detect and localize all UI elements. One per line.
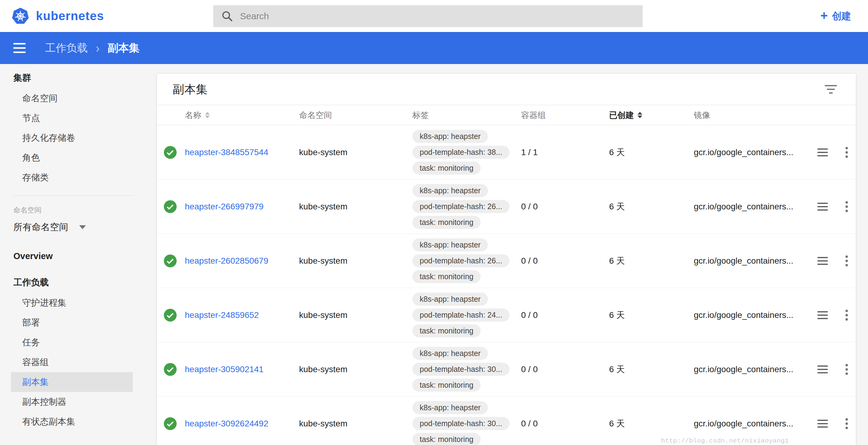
brand[interactable]: kubernetes	[0, 7, 213, 25]
cell-pods: 0 / 0	[521, 364, 609, 374]
kubernetes-logo-icon	[11, 7, 29, 25]
replicaset-link[interactable]: heapster-305902141	[185, 364, 264, 374]
table-row[interactable]: heapster-305902141 kube-system k8s-app: …	[157, 342, 856, 396]
filter-icon[interactable]	[822, 82, 840, 97]
cell-images: gcr.io/google_containers...	[694, 202, 809, 211]
label-chip: pod-template-hash: 26...	[412, 200, 509, 213]
cell-labels: k8s-app: heapster pod-template-hash: 30.…	[412, 401, 521, 445]
sidebar-item-replication-controllers[interactable]: 副本控制器	[11, 392, 133, 412]
table-row[interactable]: heapster-266997979 kube-system k8s-app: …	[157, 180, 856, 234]
replicaset-link[interactable]: heapster-266997979	[185, 202, 264, 211]
kebab-menu-icon[interactable]	[842, 308, 851, 323]
breadcrumb: 工作负载 › 副本集	[45, 41, 140, 55]
cell-images: gcr.io/google_containers...	[694, 256, 809, 266]
sidebar-item-storage-classes[interactable]: 存储类	[11, 168, 133, 187]
sidebar-item-deployments[interactable]: 部署	[11, 313, 133, 332]
cell-namespace: kube-system	[299, 364, 412, 374]
search-bar[interactable]	[213, 5, 643, 27]
sidebar-item-daemon-sets[interactable]: 守护进程集	[11, 293, 133, 313]
kebab-menu-icon[interactable]	[842, 199, 851, 214]
cell-labels: k8s-app: heapster pod-template-hash: 38.…	[412, 130, 521, 175]
sidebar-item-nodes[interactable]: 节点	[11, 108, 133, 128]
cell-namespace: kube-system	[299, 419, 412, 428]
cell-created: 6 天	[609, 309, 694, 321]
label-chip: task: monitoring	[412, 216, 480, 229]
column-header-pods[interactable]: 容器组	[521, 110, 609, 121]
cell-namespace: kube-system	[299, 148, 412, 157]
replicaset-link[interactable]: heapster-3848557544	[185, 148, 268, 157]
label-chip: task: monitoring	[412, 433, 480, 445]
logs-icon[interactable]	[817, 147, 828, 158]
label-chip: task: monitoring	[412, 324, 480, 337]
table-row[interactable]: heapster-2602850679 kube-system k8s-app:…	[157, 234, 856, 288]
status-ok-icon	[164, 363, 177, 376]
label-chip: k8s-app: heapster	[412, 401, 488, 414]
sidebar: 集群 命名空间 节点 持久化存储卷 角色 存储类 命名空间 所有命名空间 Ove…	[0, 64, 157, 445]
sidebar-item-persistent-volumes[interactable]: 持久化存储卷	[11, 128, 133, 148]
page-title: 副本集	[173, 82, 208, 97]
app-root: kubernetes + 创建 工作负载 › 副本集 集群 命名空间 节点	[0, 0, 868, 445]
toolbar: 工作负载 › 副本集	[0, 32, 868, 64]
namespace-select-value: 所有命名空间	[13, 221, 68, 234]
cell-images: gcr.io/google_containers...	[694, 310, 809, 320]
logs-icon[interactable]	[817, 255, 828, 267]
cell-created: 6 天	[609, 147, 694, 158]
column-header-created-label: 已创建	[609, 110, 634, 121]
label-chip: pod-template-hash: 30...	[412, 363, 509, 376]
cell-created: 6 天	[609, 364, 694, 375]
plus-icon: +	[820, 9, 828, 22]
column-header-name[interactable]: 名称	[185, 110, 299, 121]
column-header-labels[interactable]: 标签	[412, 110, 521, 121]
content-card: 副本集 名称 命名空间 标签 容器组 已创建 镜像	[157, 74, 856, 445]
status-ok-icon	[164, 255, 177, 267]
column-header-created[interactable]: 已创建	[609, 110, 694, 121]
cell-images: gcr.io/google_containers...	[694, 364, 809, 374]
logs-icon[interactable]	[817, 309, 828, 321]
column-header-namespace[interactable]: 命名空间	[299, 110, 412, 121]
sidebar-item-jobs[interactable]: 任务	[11, 332, 133, 352]
search-input[interactable]	[239, 11, 635, 22]
replicaset-link[interactable]: heapster-2602850679	[185, 256, 268, 265]
cell-labels: k8s-app: heapster pod-template-hash: 26.…	[412, 184, 521, 229]
logs-icon[interactable]	[817, 201, 828, 212]
kebab-menu-icon[interactable]	[842, 362, 851, 377]
table-row[interactable]: heapster-3848557544 kube-system k8s-app:…	[157, 125, 856, 180]
kebab-menu-icon[interactable]	[842, 145, 851, 160]
sidebar-item-roles[interactable]: 角色	[11, 148, 133, 168]
column-header-images[interactable]: 镜像	[694, 110, 809, 121]
sidebar-item-overview[interactable]: Overview	[13, 251, 157, 261]
namespace-select[interactable]: 所有命名空间	[13, 221, 157, 234]
logs-icon[interactable]	[817, 364, 828, 375]
cell-labels: k8s-app: heapster pod-template-hash: 30.…	[412, 347, 521, 392]
replicaset-link[interactable]: heapster-3092624492	[185, 419, 268, 428]
create-button[interactable]: + 创建	[820, 10, 851, 23]
top-header: kubernetes + 创建	[0, 0, 868, 32]
sort-icon-created	[638, 112, 642, 118]
sidebar-item-pods[interactable]: 容器组	[11, 352, 133, 372]
breadcrumb-current: 副本集	[107, 41, 140, 55]
sidebar-item-stateful-sets[interactable]: 有状态副本集	[11, 412, 133, 432]
cell-created: 6 天	[609, 255, 694, 267]
menu-icon[interactable]	[12, 40, 27, 56]
replicaset-link[interactable]: heapster-24859652	[185, 310, 259, 320]
cell-namespace: kube-system	[299, 256, 412, 266]
create-button-label: 创建	[832, 10, 851, 23]
kebab-menu-icon[interactable]	[842, 416, 851, 431]
breadcrumb-workloads[interactable]: 工作负载	[45, 41, 88, 55]
cell-labels: k8s-app: heapster pod-template-hash: 26.…	[412, 238, 521, 283]
sidebar-item-replica-sets[interactable]: 副本集	[11, 372, 133, 392]
cell-created: 6 天	[609, 201, 694, 212]
kebab-menu-icon[interactable]	[842, 254, 851, 268]
column-header-name-label: 名称	[185, 110, 201, 121]
table-row[interactable]: heapster-24859652 kube-system k8s-app: h…	[157, 288, 856, 342]
table-body: heapster-3848557544 kube-system k8s-app:…	[157, 125, 856, 445]
cell-pods: 0 / 0	[521, 419, 609, 428]
dropdown-caret-icon	[79, 225, 86, 229]
sidebar-header-cluster: 集群	[13, 72, 157, 84]
cell-images: gcr.io/google_containers...	[694, 419, 809, 428]
table-header: 名称 命名空间 标签 容器组 已创建 镜像	[157, 105, 856, 125]
sidebar-item-namespaces[interactable]: 命名空间	[11, 88, 133, 108]
card-header: 副本集	[157, 74, 856, 105]
logs-icon[interactable]	[817, 418, 828, 429]
status-ok-icon	[164, 417, 177, 430]
